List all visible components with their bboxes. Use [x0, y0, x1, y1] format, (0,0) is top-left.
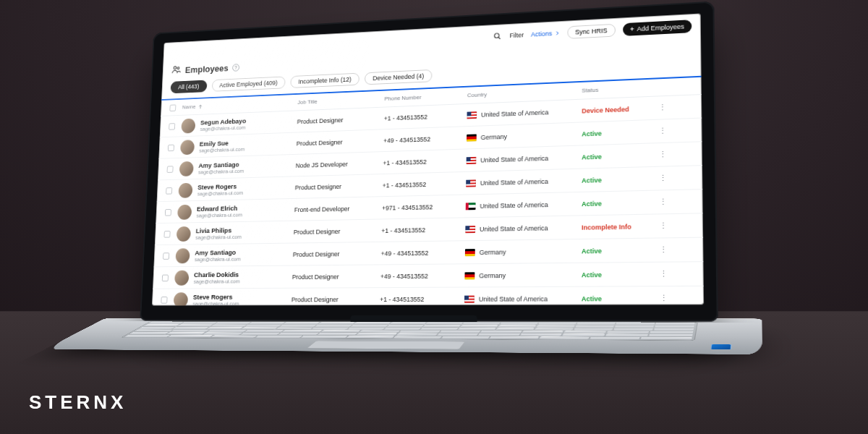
status-badge: Incomplete Info [582, 222, 657, 231]
name-cell: Segun Adebayosage@chakra-ui.com [181, 114, 297, 134]
avatar [177, 204, 192, 219]
actions-label: Actions [531, 30, 552, 38]
sort-asc-icon [198, 103, 203, 109]
avatar [174, 270, 189, 285]
row-checkbox[interactable] [161, 297, 167, 304]
table-body: Segun Adebayosage@chakra-ui.comProduct D… [152, 95, 704, 305]
job-title: Product Designer [293, 250, 381, 258]
col-status[interactable]: Status [582, 84, 656, 93]
row-checkbox[interactable] [166, 187, 172, 195]
phone-number: +971 - 434513552 [382, 203, 466, 211]
trackpad [307, 341, 465, 349]
flag-icon [464, 272, 475, 279]
employee-email: sage@chakra-ui.com [197, 190, 243, 197]
country-cell: Germany [467, 130, 582, 141]
row-menu-icon[interactable]: ⋮ [658, 294, 670, 304]
employee-name: Steve Rogers [193, 292, 239, 300]
name-cell: Edward Elrichsage@chakra-ui.com [177, 202, 294, 219]
name-cell: Livia Philipssage@chakra-ui.com [176, 224, 294, 242]
country-cell: United State of America [466, 200, 582, 210]
row-menu-icon[interactable]: ⋮ [657, 269, 669, 279]
plus-icon: + [630, 25, 634, 33]
employee-email: sage@chakra-ui.com [196, 211, 242, 218]
job-title: Front-end Developer [294, 204, 383, 213]
country-name: United State of America [480, 224, 548, 233]
flag-icon [466, 203, 476, 210]
col-job[interactable]: Job Title [297, 95, 384, 106]
employee-email: sage@chakra-ui.com [200, 124, 246, 132]
tab-all[interactable]: All (443) [171, 80, 208, 94]
status-badge: Active [582, 271, 658, 278]
row-checkbox[interactable] [168, 144, 174, 151]
employees-app: Filter Actions Sync HRIS + Add Employees [152, 13, 704, 305]
employees-icon [171, 64, 182, 77]
country-name: Germany [479, 271, 506, 278]
country-cell: United State of America [465, 224, 582, 233]
name-cell: Amy Santiagosage@chakra-ui.com [179, 158, 296, 176]
tab-device-needed[interactable]: Device Needed (4) [365, 69, 433, 85]
select-all-checkbox[interactable] [169, 104, 176, 111]
country-name: United State of America [480, 177, 548, 186]
help-icon[interactable]: ? [232, 64, 239, 72]
table-row[interactable]: Steve Rogerssage@chakra-ui.comProduct De… [152, 286, 704, 306]
status-badge: Active [582, 151, 656, 161]
row-menu-icon[interactable]: ⋮ [656, 126, 668, 136]
svg-point-0 [495, 33, 499, 38]
filter-button[interactable]: Filter [509, 31, 524, 39]
status-badge: Active [582, 294, 658, 302]
row-checkbox[interactable] [163, 231, 170, 238]
row-checkbox[interactable] [162, 274, 169, 281]
actions-dropdown[interactable]: Actions [531, 30, 560, 38]
row-menu-icon[interactable]: ⋮ [657, 197, 669, 207]
country-name: United State of America [480, 201, 548, 210]
status-badge: Active [582, 127, 656, 137]
chevron-right-icon [554, 30, 560, 36]
flag-icon [465, 226, 475, 233]
col-country[interactable]: Country [467, 88, 582, 98]
country-name: Germany [481, 132, 508, 140]
avatar [180, 140, 195, 155]
svg-point-2 [174, 67, 176, 69]
country-cell: Germany [465, 247, 582, 256]
col-name[interactable]: Name [182, 99, 298, 110]
name-cell: Steve Rogerssage@chakra-ui.com [178, 180, 295, 198]
tab-active-employed[interactable]: Active Employed (409) [211, 76, 285, 91]
row-checkbox[interactable] [169, 123, 175, 130]
status-badge: Active [582, 246, 657, 255]
sternx-brand-watermark: STERNX [29, 391, 127, 414]
laptop-screen: Filter Actions Sync HRIS + Add Employees [152, 13, 704, 305]
country-name: United State of America [479, 295, 548, 302]
phone-number: +1 - 434513552 [380, 295, 464, 302]
avatar [174, 292, 188, 306]
laptop-lid: Filter Actions Sync HRIS + Add Employees [140, 1, 718, 321]
search-icon[interactable] [493, 31, 503, 41]
country-name: Germany [480, 248, 506, 256]
row-menu-icon[interactable]: ⋮ [656, 103, 668, 113]
table-row[interactable]: Charlie Dokidissage@chakra-ui.comProduct… [153, 262, 704, 289]
row-checkbox[interactable] [163, 252, 169, 260]
row-menu-icon[interactable]: ⋮ [657, 174, 669, 184]
employee-email: sage@chakra-ui.com [194, 278, 240, 284]
svg-point-3 [177, 67, 179, 69]
phone-number: +49 - 434513552 [381, 249, 465, 257]
employee-email: sage@chakra-ui.com [192, 300, 239, 305]
avatar [176, 226, 191, 241]
status-badge: Device Needed [582, 104, 656, 114]
row-menu-icon[interactable]: ⋮ [656, 150, 668, 160]
row-menu-icon[interactable]: ⋮ [657, 245, 669, 255]
svg-line-1 [498, 37, 500, 39]
employee-email: sage@chakra-ui.com [199, 146, 244, 153]
row-menu-icon[interactable]: ⋮ [657, 221, 669, 231]
sync-hris-button[interactable]: Sync HRIS [567, 24, 616, 39]
col-phone[interactable]: Phone Number [384, 92, 467, 101]
add-employees-button[interactable]: + Add Employees [623, 20, 692, 36]
phone-number: +1 - 434513552 [383, 157, 466, 166]
row-checkbox[interactable] [165, 209, 171, 216]
add-employees-label: Add Employees [637, 23, 684, 33]
phone-number: +1 - 434513552 [384, 111, 467, 122]
employee-name: Charlie Dokidis [194, 271, 240, 278]
tab-incomplete-info[interactable]: Incomplete Info (12) [290, 73, 359, 88]
phone-number: +1 - 434513552 [383, 179, 467, 189]
row-checkbox[interactable] [167, 166, 174, 173]
name-cell: Steve Rogerssage@chakra-ui.com [174, 292, 292, 305]
